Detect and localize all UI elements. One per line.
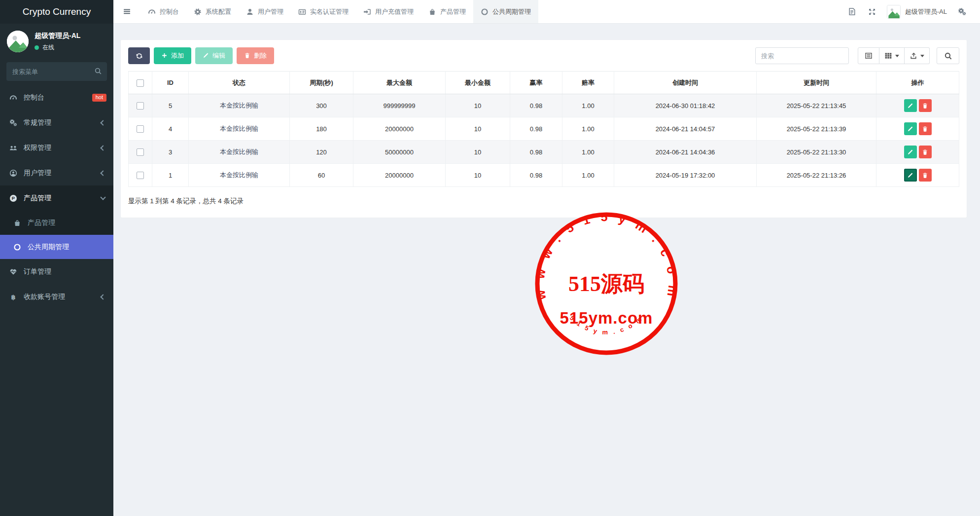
sidebar-subitem-1[interactable]: 公共周期管理: [0, 235, 113, 259]
tab-4[interactable]: 用户充值管理: [356, 0, 421, 23]
sidebar-item-6[interactable]: ฿收款账号管理: [0, 284, 113, 309]
edit-button[interactable]: 编辑: [195, 47, 233, 64]
tab-5[interactable]: 产品管理: [421, 0, 473, 23]
sidebar-item-3[interactable]: 用户管理: [0, 160, 113, 185]
cell-updated: 2025-05-22 21:13:26: [757, 164, 876, 187]
row-delete-button[interactable]: [919, 122, 932, 135]
cell-id: 5: [152, 94, 189, 117]
tab-1[interactable]: 系统配置: [186, 0, 239, 23]
cell-odds: 1.00: [562, 94, 614, 117]
row-checkbox[interactable]: [137, 172, 144, 179]
users-icon: [9, 144, 18, 152]
cell-id: 1: [152, 164, 189, 187]
table-row: 5本金按比例输300999999999100.981.002024-06-30 …: [129, 94, 959, 117]
row-checkbox[interactable]: [137, 125, 144, 133]
user-panel: 超级管理员-AL 在线: [0, 24, 113, 58]
trash-icon: [922, 172, 928, 179]
sidebar-item-label: 产品管理: [24, 194, 51, 203]
column-header-6: 赔率: [562, 72, 614, 94]
export-button[interactable]: [905, 47, 930, 64]
sidebar-subitem-label: 产品管理: [28, 219, 55, 227]
cell-winrate: 0.98: [510, 117, 562, 141]
file-icon[interactable]: [842, 7, 862, 16]
tab-3[interactable]: 实名认证管理: [291, 0, 356, 23]
plus-icon: [161, 52, 168, 59]
cell-winrate: 0.98: [510, 141, 562, 164]
svg-text:P: P: [12, 195, 15, 201]
topnav-avatar: [887, 5, 901, 19]
row-edit-button[interactable]: [904, 169, 917, 182]
chevron-down-icon: [100, 194, 105, 200]
cell-min: 10: [446, 141, 510, 164]
sidebar-item-0[interactable]: 控制台hot: [0, 85, 113, 110]
cell-status: 本金按比例输: [189, 141, 290, 164]
svg-text:w w w . 5 1 5 y m . c o m: w w w . 5 1 5 y m . c o m: [533, 210, 680, 301]
detail-view-button[interactable]: [858, 47, 879, 64]
tab-2[interactable]: 用户管理: [239, 0, 291, 23]
cell-status: 本金按比例输: [189, 94, 290, 117]
sidebar-item-4[interactable]: P产品管理: [0, 185, 113, 211]
cell-status: 本金按比例输: [189, 117, 290, 141]
row-select-cell: [129, 94, 152, 117]
refresh-button[interactable]: [128, 47, 150, 64]
column-header-4: 最小金额: [446, 72, 510, 94]
pencil-icon: [203, 52, 210, 59]
pencil-icon: [907, 103, 913, 109]
row-checkbox[interactable]: [137, 148, 144, 156]
row-edit-button[interactable]: [904, 99, 917, 112]
sidebar-item-1[interactable]: 常规管理: [0, 110, 113, 135]
column-header-9: 操作: [876, 72, 959, 94]
row-delete-button[interactable]: [919, 99, 932, 112]
row-edit-button[interactable]: [904, 122, 917, 135]
table-header-row: ID状态周期(秒)最大金额最小金额赢率赔率创建时间更新时间操作: [129, 72, 959, 94]
table-search-input[interactable]: [755, 47, 849, 64]
cell-id: 3: [152, 141, 189, 164]
tab-6[interactable]: 公共周期管理: [473, 0, 538, 23]
row-delete-button[interactable]: [919, 146, 932, 158]
select-all-checkbox[interactable]: [137, 79, 144, 87]
gears-icon[interactable]: [952, 7, 972, 16]
row-edit-button[interactable]: [904, 146, 917, 158]
topnav-user-dropdown[interactable]: 超级管理员-AL: [887, 5, 947, 19]
hamburger-icon[interactable]: [113, 0, 140, 23]
watermark-domain-text: 515ym.com: [560, 309, 653, 327]
cell-created: 2024-06-30 01:18:42: [614, 94, 757, 117]
delete-button[interactable]: 删除: [237, 47, 274, 64]
avatar[interactable]: [7, 31, 29, 52]
admin-app: Crypto Currency 超级管理员-AL 在线 控制台hot常规管理权限…: [0, 0, 980, 516]
row-select-cell: [129, 164, 152, 187]
heartbeat-icon: [9, 268, 18, 276]
add-button[interactable]: 添加: [154, 47, 191, 64]
cell-updated: 2025-05-22 21:13:39: [757, 117, 876, 141]
search-submit-button[interactable]: [937, 47, 959, 64]
brand-title: Crypto Currency: [0, 0, 113, 24]
cell-updated: 2025-05-22 21:13:30: [757, 141, 876, 164]
cell-status: 本金按比例输: [189, 164, 290, 187]
tab-label: 用户充值管理: [375, 7, 414, 16]
cell-created: 2024-06-21 14:04:57: [614, 117, 757, 141]
row-checkbox[interactable]: [137, 102, 144, 110]
column-header-0: ID: [152, 72, 189, 94]
tab-0[interactable]: 控制台: [140, 0, 186, 23]
tachometer-icon: [9, 94, 18, 102]
sidebar-subitem-0[interactable]: 产品管理: [0, 211, 113, 235]
select-all-header: [129, 72, 152, 94]
cell-actions: [876, 164, 959, 187]
pencil-icon: [907, 172, 913, 179]
cell-max: 20000000: [353, 117, 446, 141]
row-delete-button[interactable]: [919, 169, 932, 182]
cell-winrate: 0.98: [510, 94, 562, 117]
sidebar-group-产品管理: P产品管理产品管理公共周期管理: [0, 185, 113, 259]
sidebar-item-2[interactable]: 权限管理: [0, 135, 113, 160]
watermark-arc-top-text: w w w . 5 1 5 y m . c o m: [533, 210, 680, 301]
sidebar-item-5[interactable]: 订单管理: [0, 259, 113, 284]
fullscreen-icon[interactable]: [862, 8, 882, 16]
sidebar: Crypto Currency 超级管理员-AL 在线 控制台hot常规管理权限…: [0, 0, 113, 516]
search-icon: [94, 67, 102, 75]
svg-text:5 1 5 y m . c o m: 5 1 5 y m . c o m: [568, 314, 644, 336]
sidebar-search-input[interactable]: [6, 62, 107, 81]
user-status-label: 在线: [42, 43, 54, 52]
toolbar: 添加 编辑 删除: [128, 47, 959, 64]
caret-down-icon: [895, 55, 899, 57]
columns-button[interactable]: [879, 47, 905, 64]
